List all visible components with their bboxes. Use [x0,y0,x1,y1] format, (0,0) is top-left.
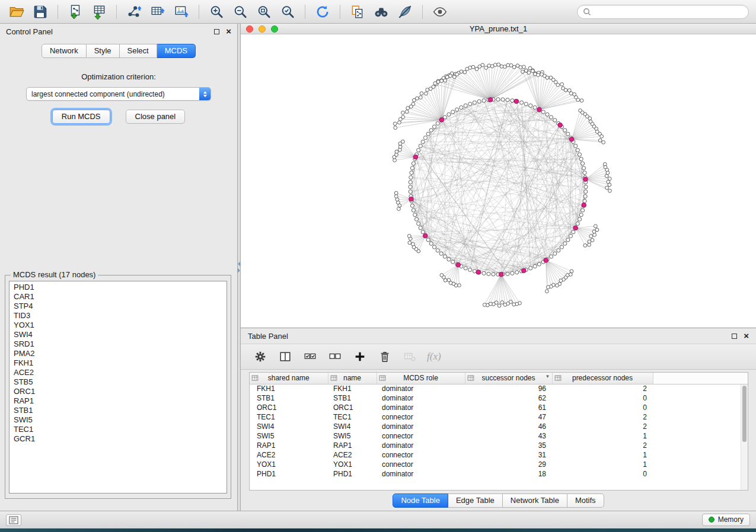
tab-network-table[interactable]: Network Table [503,493,567,508]
tab-edge-table[interactable]: Edge Table [448,493,503,508]
table-row[interactable]: SWI5SWI5connector431 [250,431,748,441]
result-item[interactable]: FKH1 [9,358,227,368]
result-item[interactable]: SRD1 [9,339,227,349]
toolbar-items [7,3,449,21]
table-cell: 31 [465,450,552,460]
table-cell-filler [653,441,748,450]
toolbar-separator [199,5,199,19]
result-item[interactable]: PHD1 [9,283,227,292]
tab-node-table[interactable]: Node Table [393,493,448,508]
table-row[interactable]: ACE2ACE2connector311 [250,450,748,460]
result-item[interactable]: YOX1 [9,321,227,330]
table-cell: RAP1 [250,441,328,450]
optimization-label: Optimization criterion: [0,72,237,81]
result-item[interactable]: CAR1 [9,292,227,302]
tab-motifs[interactable]: Motifs [567,493,604,508]
open-session-icon[interactable] [7,3,26,21]
find-icon[interactable] [372,3,391,21]
zoom-out-icon[interactable] [231,3,250,21]
table-cell-filler [653,384,748,393]
close-table-panel-icon[interactable]: × [744,332,749,340]
columns-icon[interactable] [277,349,293,364]
deselect-all-icon[interactable] [327,349,343,364]
result-item[interactable]: STP4 [9,302,227,311]
zoom-selected-icon[interactable] [278,3,297,21]
float-table-panel-icon[interactable] [730,332,738,340]
import-network-icon[interactable] [66,3,85,21]
status-bar: Memory [0,511,756,528]
float-panel-icon[interactable] [212,27,221,36]
column-header-shared-name[interactable]: shared name [250,373,328,384]
result-item[interactable]: SWI4 [9,330,227,339]
tab-style[interactable]: Style [87,44,120,58]
export-table-icon[interactable] [148,3,167,21]
mcds-result-title: MCDS result (17 nodes) [11,270,98,279]
network-titlebar[interactable]: YPA_prune.txt_1 [241,24,756,34]
run-mcds-button[interactable]: Run MCDS [52,110,110,124]
table-cell: 96 [465,384,552,393]
zoom-in-icon[interactable] [207,3,226,21]
table-row[interactable]: FKH1FKH1dominator962 [250,384,748,393]
tab-mcds[interactable]: MCDS [157,44,196,58]
sort-arrow-icon[interactable]: ▼ [546,374,550,379]
export-image-icon[interactable] [172,3,191,21]
gear-icon[interactable] [253,349,268,364]
result-item[interactable]: STB1 [9,406,227,415]
table-cell: dominator [377,393,465,403]
list-icon [8,515,19,525]
table-row[interactable]: TEC1TEC1connector472 [250,412,748,422]
criterion-dropdown[interactable]: largest connected component (undirected) [26,87,211,101]
add-row-icon[interactable] [352,349,368,364]
table-cell: 29 [465,460,552,469]
delete-row-icon[interactable] [377,349,393,364]
close-panel-icon[interactable]: × [226,27,231,36]
result-item[interactable]: TEC1 [9,425,227,434]
memory-button[interactable]: Memory [702,514,750,526]
control-panel-title: Control Panel [6,27,53,36]
tab-select[interactable]: Select [120,44,157,58]
result-item[interactable]: RAP1 [9,396,227,406]
result-item[interactable]: ACE2 [9,368,227,377]
column-header-name[interactable]: name [328,373,377,384]
result-item[interactable]: PMA2 [9,349,227,358]
save-session-icon[interactable] [31,3,50,21]
column-header-successor-nodes[interactable]: successor nodes▼ [465,373,552,384]
table-row[interactable]: YOX1YOX1connector291 [250,460,748,469]
table-cell: TEC1 [250,412,328,422]
dropdown-stepper-icon [199,88,210,100]
table-cell: dominator [377,469,465,479]
network-canvas[interactable] [241,34,756,328]
result-item[interactable]: SWI5 [9,415,227,425]
table-row[interactable]: SWI4SWI4dominator462 [250,422,748,431]
result-item[interactable]: STB5 [9,377,227,387]
import-table-icon[interactable] [90,3,109,21]
tab-network[interactable]: Network [42,44,87,58]
export-network-icon[interactable] [125,3,143,21]
table-row[interactable]: RAP1RAP1dominator352 [250,441,748,450]
search-input[interactable] [595,7,743,17]
search-box[interactable] [577,5,749,19]
table-row[interactable]: PHD1PHD1dominator180 [250,469,748,479]
select-all-icon[interactable] [302,349,318,364]
table-scrollbar[interactable] [741,384,748,490]
close-mcds-panel-button[interactable]: Close panel [126,110,186,124]
scrollbar-thumb[interactable] [742,386,747,442]
table-row[interactable]: ORC1ORC1dominator610 [250,403,748,412]
control-panel-header: Control Panel × [0,24,237,39]
table-row[interactable]: STB1STB1dominator620 [250,393,748,403]
table-cell: 2 [552,412,653,422]
clone-network-icon[interactable] [348,3,367,21]
column-header-predecessor-nodes[interactable]: predecessor nodes [552,373,653,384]
column-header-mcds-role[interactable]: MCDS role [377,373,465,384]
result-item[interactable]: GCR1 [9,434,227,444]
refresh-layout-icon[interactable] [313,3,332,21]
zoom-fit-icon[interactable] [254,3,273,21]
toolbar-separator [305,5,305,19]
result-item[interactable]: TID3 [9,311,227,321]
mcds-result-list[interactable]: PHD1CAR1STP4TID3YOX1SWI4SRD1PMA2FKH1ACE2… [9,281,227,493]
node-table: shared namenameMCDS rolesuccessor nodes▼… [249,372,748,491]
result-item[interactable]: ORC1 [9,387,227,396]
show-graphics-icon[interactable] [430,3,449,21]
filter-icon[interactable] [395,3,414,21]
task-history-button[interactable] [6,514,21,526]
